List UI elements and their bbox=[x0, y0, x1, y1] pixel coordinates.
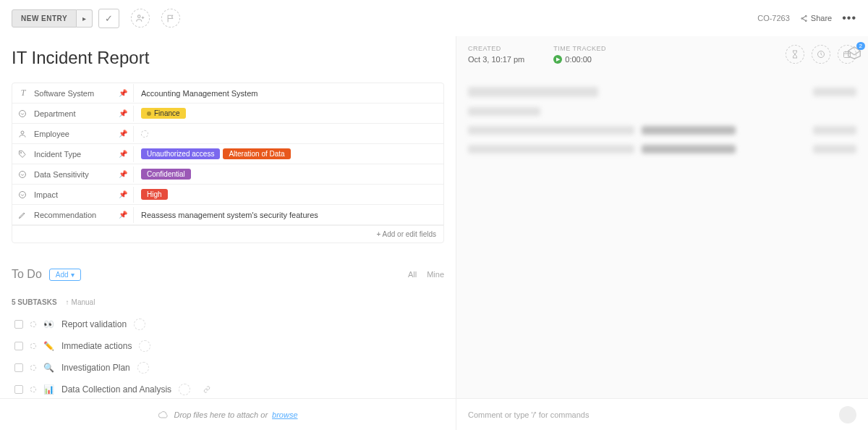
pin-icon[interactable]: 📌 bbox=[119, 150, 127, 158]
svg-line-6 bbox=[802, 16, 805, 17]
subtask-emoji: ✏️ bbox=[43, 341, 54, 351]
more-options-button[interactable]: ••• bbox=[842, 12, 856, 25]
svg-line-7 bbox=[802, 18, 805, 20]
send-comment-button[interactable] bbox=[839, 406, 856, 423]
add-edit-fields-link[interactable]: + Add or edit fields bbox=[12, 225, 443, 243]
field-label: Recommendation📌 bbox=[12, 207, 134, 223]
drop-text: Drop files here to attach or bbox=[174, 410, 268, 419]
subtasks-count: 5 SUBTASKS bbox=[12, 298, 57, 306]
notifications-button[interactable]: 2 bbox=[846, 45, 862, 61]
subtask-row[interactable]: 🔍Investigation Plan bbox=[12, 357, 444, 379]
estimate-icon[interactable] bbox=[786, 45, 804, 64]
play-icon[interactable]: ▶ bbox=[553, 55, 562, 64]
comment-input[interactable]: Comment or type '/' for commands bbox=[468, 410, 589, 419]
svg-point-11 bbox=[20, 171, 26, 177]
subtask-row[interactable]: 📊Data Collection and Analysis bbox=[12, 379, 444, 398]
subtask-checkbox[interactable] bbox=[14, 342, 23, 350]
field-label: Incident Type📌 bbox=[12, 146, 134, 162]
task-id: CO-7263 bbox=[757, 14, 790, 22]
filter-all[interactable]: All bbox=[408, 270, 417, 279]
status-icon[interactable] bbox=[30, 387, 36, 392]
field-value[interactable]: Finance bbox=[134, 106, 443, 121]
field-label: Department📌 bbox=[12, 106, 134, 122]
field-value[interactable]: Confidential bbox=[134, 166, 443, 182]
new-entry-dropdown[interactable]: ▸ bbox=[77, 9, 93, 28]
svg-point-12 bbox=[20, 191, 26, 198]
activity-feed-blurred bbox=[468, 87, 856, 153]
custom-fields-table: TSoftware System📌Accounting Management S… bbox=[12, 83, 444, 243]
status-icon[interactable] bbox=[30, 321, 36, 327]
todo-heading: To Do bbox=[12, 268, 42, 281]
tag[interactable]: Alteration of Data bbox=[223, 148, 290, 159]
field-row[interactable]: Department📌Finance bbox=[12, 104, 443, 124]
svg-point-3 bbox=[805, 15, 807, 17]
subtask-name: Investigation Plan bbox=[61, 363, 130, 373]
pin-icon[interactable]: 📌 bbox=[119, 109, 127, 117]
field-value[interactable]: High bbox=[134, 187, 443, 202]
sort-toggle[interactable]: ↑ Manual bbox=[66, 298, 95, 306]
share-button[interactable]: Share bbox=[800, 14, 832, 22]
subtask-row[interactable]: 👀Report validation bbox=[12, 313, 444, 335]
subtask-emoji: 📊 bbox=[43, 384, 54, 395]
time-tracked-label: TIME TRACKED bbox=[553, 45, 606, 52]
field-label: Employee📌 bbox=[12, 126, 134, 142]
field-row[interactable]: Incident Type📌Unauthorized accessAlterat… bbox=[12, 144, 443, 164]
field-row[interactable]: Data Sensitivity📌Confidential bbox=[12, 164, 443, 185]
cloud-icon bbox=[158, 409, 169, 421]
svg-point-0 bbox=[138, 15, 141, 18]
created-label: CREATED bbox=[468, 45, 524, 52]
page-title: IT Incident Report bbox=[12, 48, 444, 68]
attachment-dropzone[interactable]: Drop files here to attach or browse bbox=[0, 399, 456, 430]
mark-complete-button[interactable]: ✓ bbox=[98, 9, 119, 28]
subtask-assign-icon[interactable] bbox=[139, 340, 150, 352]
pin-icon[interactable]: 📌 bbox=[119, 89, 127, 97]
tag[interactable]: High bbox=[141, 189, 168, 200]
subtask-checkbox[interactable] bbox=[14, 320, 23, 329]
time-tracked-value: 0:00:00 bbox=[565, 55, 592, 64]
status-icon[interactable] bbox=[30, 365, 36, 371]
pin-icon[interactable]: 📌 bbox=[119, 170, 127, 178]
subtask-assign-icon[interactable] bbox=[137, 362, 149, 374]
sprint-icon[interactable] bbox=[812, 45, 830, 64]
link-icon bbox=[203, 386, 210, 393]
notif-count: 2 bbox=[856, 42, 865, 50]
svg-point-9 bbox=[21, 131, 24, 134]
pin-icon[interactable]: 📌 bbox=[119, 130, 127, 138]
subtask-row[interactable]: ✏️Immediate actions bbox=[12, 335, 444, 357]
subtask-assign-icon[interactable] bbox=[179, 384, 190, 395]
flag-icon[interactable] bbox=[161, 9, 180, 28]
share-label: Share bbox=[811, 14, 832, 22]
created-value: Oct 3, 10:17 pm bbox=[468, 55, 524, 64]
todo-add-button[interactable]: Add ▾ bbox=[49, 269, 81, 281]
svg-point-8 bbox=[20, 110, 26, 117]
subtask-assign-icon[interactable] bbox=[134, 319, 145, 330]
subtask-checkbox[interactable] bbox=[14, 385, 23, 394]
field-value[interactable]: Unauthorized accessAlteration of Data bbox=[134, 146, 443, 161]
pin-icon[interactable]: 📌 bbox=[119, 190, 127, 198]
field-value[interactable] bbox=[134, 128, 443, 140]
tag[interactable]: Confidential bbox=[141, 169, 191, 180]
subtask-name: Report validation bbox=[61, 319, 127, 329]
field-row[interactable]: Employee📌 bbox=[12, 124, 443, 144]
svg-point-4 bbox=[801, 17, 803, 19]
filter-mine[interactable]: Mine bbox=[427, 270, 444, 279]
subtask-emoji: 🔍 bbox=[43, 363, 54, 373]
pin-icon[interactable]: 📌 bbox=[119, 211, 127, 219]
subtask-checkbox[interactable] bbox=[14, 363, 23, 372]
field-label: Data Sensitivity📌 bbox=[12, 166, 134, 182]
tag[interactable]: Finance bbox=[141, 108, 186, 119]
status-icon[interactable] bbox=[30, 343, 36, 349]
svg-point-10 bbox=[20, 152, 22, 153]
tag[interactable]: Unauthorized access bbox=[141, 148, 220, 159]
field-value[interactable]: Reassess management system's security fe… bbox=[134, 208, 443, 222]
field-row[interactable]: Impact📌High bbox=[12, 185, 443, 205]
field-row[interactable]: Recommendation📌Reassess management syste… bbox=[12, 205, 443, 225]
subtask-name: Data Collection and Analysis bbox=[61, 384, 171, 395]
browse-link[interactable]: browse bbox=[272, 410, 297, 419]
svg-point-5 bbox=[805, 20, 807, 21]
assignee-add-icon[interactable] bbox=[131, 9, 150, 28]
field-row[interactable]: TSoftware System📌Accounting Management S… bbox=[12, 83, 443, 104]
field-value[interactable]: Accounting Management System bbox=[134, 87, 443, 100]
subtask-name: Immediate actions bbox=[61, 341, 132, 351]
new-entry-button[interactable]: NEW ENTRY bbox=[12, 9, 77, 28]
